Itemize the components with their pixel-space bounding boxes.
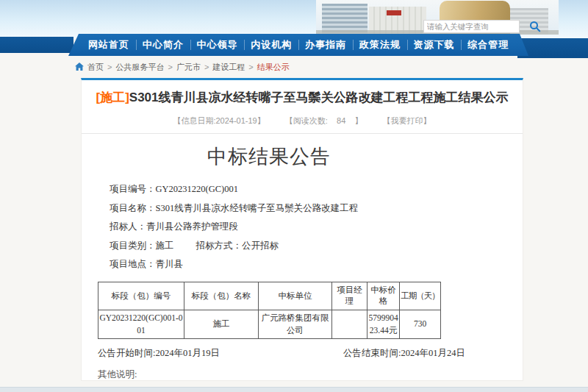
breadcrumb-separator: > bbox=[168, 63, 172, 71]
breadcrumb-separator: > bbox=[248, 63, 253, 71]
field-label: 招标方式： bbox=[196, 240, 243, 251]
category-tag: [施工] bbox=[96, 90, 129, 104]
breadcrumb-home[interactable]: 首页 bbox=[87, 62, 104, 73]
field-category-and-method: 项目类别：施工招标方式：公开招标 bbox=[98, 237, 440, 256]
cell-section-number: GY20231220(GC)001-001 bbox=[98, 310, 184, 338]
table-header-row: 标段（包）编号 标段（包）名称 中标单位 项目经理 中标价格 工期（天） bbox=[98, 282, 441, 310]
search-icon[interactable] bbox=[529, 21, 541, 32]
field-label: 项目名称： bbox=[110, 203, 156, 213]
breadcrumb-current: 结果公示 bbox=[257, 62, 290, 73]
nav-item-downloads[interactable]: 资源下载 bbox=[407, 34, 462, 56]
meta-views: 【阅读次数: 84 】 bbox=[285, 116, 363, 125]
cell-winning-unit: 广元路桥集团有限公司 bbox=[259, 310, 332, 338]
photo-red-sign bbox=[387, 10, 401, 15]
field-label: 项目类别： bbox=[110, 240, 156, 251]
article-title-text: S301线青川县凉水经转嘴子至马鬃关公路改建工程工程施工结果公示 bbox=[129, 90, 509, 104]
article-title: [施工]S301线青川县凉水经转嘴子至马鬃关公路改建工程工程施工结果公示 bbox=[92, 89, 512, 106]
nav-item-guide[interactable]: 办事指南 bbox=[298, 34, 353, 56]
nav-item-orgs[interactable]: 内设机构 bbox=[244, 34, 298, 56]
breadcrumb-construction[interactable]: 建设工程 bbox=[212, 62, 245, 73]
notice-times: 公告开始时间:2024年01月19日 公告结束时间:2024年01月24日 bbox=[98, 347, 440, 360]
header-banner bbox=[0, 0, 588, 38]
nav-ribbon-tail-left bbox=[0, 37, 74, 53]
col-duration: 工期（天） bbox=[400, 282, 441, 310]
breadcrumb-city[interactable]: 广元市 bbox=[176, 62, 201, 73]
breadcrumb-service-platform[interactable]: 公共服务平台 bbox=[115, 62, 164, 73]
field-value: 公开招标 bbox=[242, 240, 279, 251]
field-value: GY20231220(GC)001 bbox=[156, 184, 239, 194]
document-heading: 中标结果公告 bbox=[98, 143, 440, 170]
breadcrumb: 首页 > 公共服务平台 > 广元市 > 建设工程 > 结果公示 bbox=[75, 61, 290, 73]
nav-item-leaders[interactable]: 中心领导 bbox=[190, 34, 245, 56]
field-tenderer: 招标人：青川县公路养护管理段 bbox=[98, 218, 440, 237]
notice-end-time: 公告结束时间:2024年01月24日 bbox=[343, 347, 465, 360]
content-card: [施工]S301线青川县凉水经转嘴子至马鬃关公路改建工程工程施工结果公示 【信息… bbox=[81, 78, 523, 381]
page: 网站首页 中心简介 中心领导 内设机构 办事指南 政策法规 资源下载 综合管理 … bbox=[0, 0, 588, 392]
field-label: 招标人： bbox=[110, 221, 146, 232]
field-label: 项目编号： bbox=[110, 184, 156, 194]
col-winning-unit: 中标单位 bbox=[259, 282, 332, 310]
nav-item-admin[interactable]: 综合管理 bbox=[461, 34, 515, 56]
nav-item-home[interactable]: 网站首页 bbox=[82, 34, 136, 56]
main-nav: 网站首页 中心简介 中心领导 内设机构 办事指南 政策法规 资源下载 综合管理 bbox=[68, 34, 528, 56]
col-section-name: 标段（包）名称 bbox=[184, 282, 259, 310]
print-button[interactable]: 【我要打印】 bbox=[383, 116, 431, 125]
project-fields: 项目编号：GY20231220(GC)001 项目名称：S301线青川县凉水经转… bbox=[98, 180, 440, 274]
announcement-document: 中标结果公告 项目编号：GY20231220(GC)001 项目名称：S301线… bbox=[98, 143, 440, 381]
home-icon[interactable] bbox=[75, 63, 84, 71]
nav-item-policies[interactable]: 政策法规 bbox=[353, 34, 407, 56]
bid-result-table: 标段（包）编号 标段（包）名称 中标单位 项目经理 中标价格 工期（天） GY2… bbox=[98, 282, 441, 339]
col-section-number: 标段（包）编号 bbox=[98, 282, 184, 310]
search-input[interactable] bbox=[424, 22, 529, 31]
field-project-name: 项目名称：S301线青川县凉水经转嘴子至马鬃关公路改建工程 bbox=[98, 199, 440, 218]
col-bid-price: 中标价格 bbox=[368, 282, 400, 310]
breadcrumb-separator: > bbox=[204, 63, 209, 71]
footer-band bbox=[0, 387, 588, 392]
other-notes: 其他说明: bbox=[98, 368, 440, 381]
field-value: S301线青川县凉水经转嘴子至马鬃关公路改建工程 bbox=[156, 203, 359, 213]
cell-duration: 730 bbox=[400, 310, 441, 338]
field-value: 青川县 bbox=[156, 259, 184, 269]
field-label: 项目地点： bbox=[110, 259, 156, 269]
notice-start-time: 公告开始时间:2024年01月19日 bbox=[98, 347, 220, 360]
breadcrumb-separator: > bbox=[107, 63, 112, 71]
search-box bbox=[423, 20, 520, 33]
col-project-manager: 项目经理 bbox=[332, 282, 368, 310]
cell-section-name: 施工 bbox=[184, 310, 259, 338]
nav-item-about[interactable]: 中心简介 bbox=[136, 34, 190, 56]
cell-project-manager bbox=[332, 310, 368, 338]
field-location: 项目地点：青川县 bbox=[98, 255, 440, 274]
article-meta: 【信息日期:2024-01-19】 【阅读次数: 84 】 【我要打印】 bbox=[82, 115, 523, 126]
meta-divider bbox=[82, 133, 523, 134]
cell-bid-price: 579990423.44元 bbox=[368, 310, 400, 338]
field-value: 青川县公路养护管理段 bbox=[146, 221, 238, 232]
meta-date: 【信息日期:2024-01-19】 bbox=[173, 116, 265, 125]
field-value: 施工 bbox=[156, 240, 174, 251]
field-project-number: 项目编号：GY20231220(GC)001 bbox=[98, 180, 440, 199]
table-row: GY20231220(GC)001-001 施工 广元路桥集团有限公司 5799… bbox=[98, 310, 441, 338]
